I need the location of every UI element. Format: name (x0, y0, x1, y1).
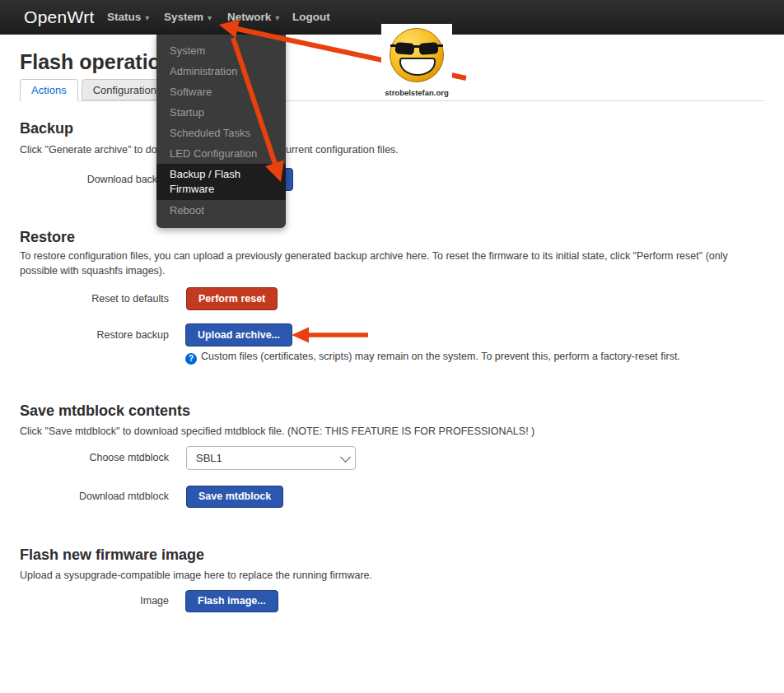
caret-down-icon: ▾ (145, 13, 149, 22)
restore-heading: Restore (20, 229, 75, 245)
backup-heading: Backup (20, 120, 73, 137)
caret-down-icon: ▾ (275, 13, 279, 22)
flash-operations-page: OpenWrt Status▾ System▾ Network▾ Logout … (0, 0, 784, 693)
sunglasses-bridge (413, 45, 422, 48)
menu-item-reboot[interactable]: Reboot (156, 200, 286, 221)
nav-status-label: Status (107, 11, 141, 23)
nav-logout-label: Logout (292, 11, 330, 23)
sunglasses-lens (418, 42, 438, 55)
restore-note: ?Custom files (certificates, scripts) ma… (185, 350, 680, 365)
tab-configuration[interactable]: Configuration (82, 79, 168, 100)
perform-reset-button[interactable]: Perform reset (186, 287, 278, 310)
sunglasses-lens (394, 42, 414, 55)
menu-item-led-configuration[interactable]: LED Configuration (156, 143, 286, 164)
menu-item-scheduled-tasks[interactable]: Scheduled Tasks (156, 123, 286, 143)
menu-item-software[interactable]: Software (156, 81, 286, 102)
download-mtdblock-label: Download mtdblock (20, 486, 169, 508)
nav-system-label: System (164, 11, 203, 23)
nav-logout[interactable]: Logout (292, 0, 330, 35)
nav-system[interactable]: System▾ (164, 0, 212, 35)
restore-description: To restore configuration files, you can … (20, 249, 728, 278)
watermark-caption: strobelstefan.org (381, 88, 452, 97)
menu-item-administration[interactable]: Administration (156, 61, 286, 81)
menu-item-system[interactable]: System (156, 40, 286, 61)
caret-down-icon: ▾ (208, 13, 212, 22)
flash-heading: Flash new firmware image (20, 546, 204, 563)
mtdblock-heading: Save mtdblock contents (20, 402, 190, 419)
tabbar: Actions Configuration (20, 79, 171, 101)
restore-backup-label: Restore backup (20, 323, 169, 346)
choose-mtdblock-label: Choose mtdblock (20, 446, 169, 470)
annotation-arrows (0, 0, 784, 693)
mtdblock-select[interactable]: SBL1 (186, 446, 356, 470)
download-backup-label: Download backup (20, 168, 169, 191)
smile (399, 58, 436, 76)
brand-logo[interactable]: OpenWrt (24, 0, 95, 35)
nav-network[interactable]: Network▾ (227, 0, 279, 35)
tab-actions[interactable]: Actions (20, 79, 78, 101)
system-dropdown-menu: System Administration Software Startup S… (156, 35, 286, 228)
watermark-badge: strobelstefan.org (381, 24, 452, 99)
upload-archive-button[interactable]: Upload archive... (185, 323, 292, 346)
flash-image-button[interactable]: Flash image... (185, 590, 278, 612)
help-icon[interactable]: ? (185, 353, 197, 365)
flash-description: Upload a sysupgrade-compatible image her… (20, 569, 372, 584)
save-mtdblock-button[interactable]: Save mtdblock (186, 486, 283, 508)
menu-item-backup-flash-firmware[interactable]: Backup / Flash Firmware (156, 164, 286, 200)
restore-note-text: Custom files (certificates, scripts) may… (201, 351, 680, 362)
sunglasses-smiley-icon (390, 28, 444, 82)
sunglasses-arm (437, 44, 443, 47)
menu-item-startup[interactable]: Startup (156, 102, 286, 123)
image-label: Image (20, 590, 169, 612)
nav-status[interactable]: Status▾ (107, 0, 149, 35)
nav-network-label: Network (227, 11, 271, 23)
mtdblock-description: Click "Save mtdblock" to download specif… (20, 425, 534, 440)
reset-to-defaults-label: Reset to defaults (20, 287, 169, 310)
arrow-to-upload-archive-button (292, 328, 368, 343)
